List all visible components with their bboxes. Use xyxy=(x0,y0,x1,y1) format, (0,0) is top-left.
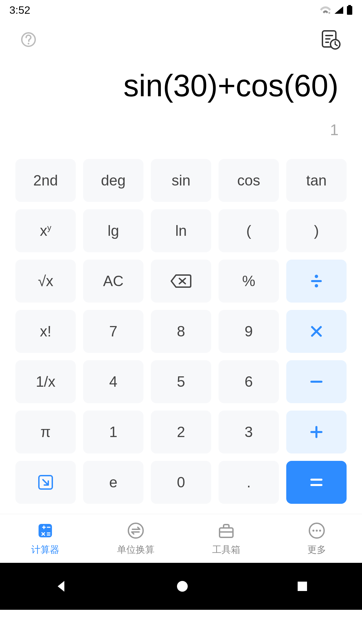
key-divide[interactable] xyxy=(286,260,347,303)
battery-icon xyxy=(347,5,353,15)
history-button[interactable] xyxy=(319,28,342,52)
svg-rect-19 xyxy=(310,431,322,433)
key-collapse[interactable] xyxy=(15,461,76,504)
key-factorial[interactable]: x! xyxy=(15,310,76,353)
key-pi[interactable]: π xyxy=(15,411,76,453)
svg-point-14 xyxy=(315,284,318,287)
collapse-icon xyxy=(37,474,54,491)
key-5[interactable]: 5 xyxy=(151,360,211,403)
help-icon xyxy=(20,31,37,48)
power-base: x xyxy=(40,222,47,239)
nav-more[interactable]: 更多 xyxy=(272,514,362,563)
key-reciprocal[interactable]: 1/x xyxy=(15,360,76,403)
key-sin[interactable]: sin xyxy=(151,159,211,202)
key-percent[interactable]: % xyxy=(219,260,279,303)
convert-icon xyxy=(126,521,145,540)
key-1[interactable]: 1 xyxy=(83,411,143,453)
calculator-icon xyxy=(36,521,55,540)
svg-rect-13 xyxy=(311,280,322,282)
key-decimal[interactable]: . xyxy=(219,461,279,504)
sys-home[interactable] xyxy=(176,580,189,593)
key-open-paren[interactable]: ( xyxy=(219,209,279,252)
key-cos[interactable]: cos xyxy=(219,159,279,202)
key-equals[interactable] xyxy=(286,461,347,504)
key-lg[interactable]: lg xyxy=(83,209,143,252)
key-7[interactable]: 7 xyxy=(83,310,143,353)
system-nav xyxy=(0,563,362,610)
status-icons: × xyxy=(320,5,353,15)
key-sqrt[interactable]: √x xyxy=(15,260,76,303)
key-2[interactable]: 2 xyxy=(151,411,211,453)
power-exp: y xyxy=(47,223,51,232)
display-area: sin(30)+cos(60) 1 xyxy=(0,60,362,152)
key-power[interactable]: xy xyxy=(15,209,76,252)
key-e[interactable]: e xyxy=(83,461,143,504)
key-backspace[interactable] xyxy=(151,260,211,303)
svg-rect-1 xyxy=(348,5,351,6)
bottom-nav: 计算器 单位换算 工具箱 更多 xyxy=(0,514,362,563)
key-8[interactable]: 8 xyxy=(151,310,211,353)
toolbox-icon xyxy=(217,521,236,540)
key-ac[interactable]: AC xyxy=(83,260,143,303)
nav-label: 计算器 xyxy=(31,543,59,556)
key-6[interactable]: 6 xyxy=(219,360,279,403)
key-4[interactable]: 4 xyxy=(83,360,143,403)
result: 1 xyxy=(23,121,339,139)
nav-calculator[interactable]: 计算器 xyxy=(0,514,90,563)
key-plus[interactable] xyxy=(286,411,347,453)
key-9[interactable]: 9 xyxy=(219,310,279,353)
key-ln[interactable]: ln xyxy=(151,209,211,252)
help-button[interactable] xyxy=(20,31,37,49)
history-icon xyxy=(319,28,342,51)
svg-point-37 xyxy=(319,530,321,532)
nav-unit-convert[interactable]: 单位换算 xyxy=(90,514,181,563)
nav-label: 更多 xyxy=(307,543,326,556)
svg-point-38 xyxy=(177,581,188,592)
key-multiply[interactable] xyxy=(286,310,347,353)
home-icon xyxy=(176,580,189,593)
status-time: 3:52 xyxy=(9,4,30,16)
top-bar xyxy=(0,20,362,60)
equals-icon xyxy=(310,477,323,487)
more-icon xyxy=(307,521,326,540)
svg-point-31 xyxy=(128,523,143,538)
key-minus[interactable] xyxy=(286,360,347,403)
multiply-icon xyxy=(310,325,323,338)
svg-point-36 xyxy=(316,530,318,532)
svg-point-35 xyxy=(312,530,314,532)
svg-point-12 xyxy=(315,275,318,278)
plus-icon xyxy=(310,425,323,439)
svg-text:×: × xyxy=(328,11,330,14)
key-close-paren[interactable]: ) xyxy=(286,209,347,252)
svg-rect-2 xyxy=(347,6,352,15)
sys-recent[interactable] xyxy=(296,580,308,592)
nav-label: 单位换算 xyxy=(117,543,155,556)
key-3[interactable]: 3 xyxy=(219,411,279,453)
keypad: 2nd deg sin cos tan xy lg ln ( ) √x AC %… xyxy=(0,152,362,514)
svg-rect-17 xyxy=(310,381,322,383)
svg-rect-22 xyxy=(310,484,322,486)
nav-toolbox[interactable]: 工具箱 xyxy=(181,514,272,563)
expression: sin(30)+cos(60) xyxy=(23,67,339,104)
key-deg[interactable]: deg xyxy=(83,159,143,202)
recent-icon xyxy=(296,580,308,592)
signal-icon xyxy=(334,6,344,14)
svg-rect-39 xyxy=(298,582,307,591)
wifi-off-icon: × xyxy=(320,6,331,14)
nav-label: 工具箱 xyxy=(212,543,240,556)
sys-back[interactable] xyxy=(54,579,68,594)
svg-point-4 xyxy=(28,43,29,45)
divide-icon xyxy=(309,274,324,288)
key-2nd[interactable]: 2nd xyxy=(15,159,76,202)
key-tan[interactable]: tan xyxy=(286,159,347,202)
back-icon xyxy=(54,579,68,594)
backspace-icon xyxy=(170,274,192,288)
key-0[interactable]: 0 xyxy=(151,461,211,504)
svg-rect-21 xyxy=(310,479,322,481)
minus-icon xyxy=(310,380,323,383)
status-bar: 3:52 × xyxy=(0,0,362,20)
